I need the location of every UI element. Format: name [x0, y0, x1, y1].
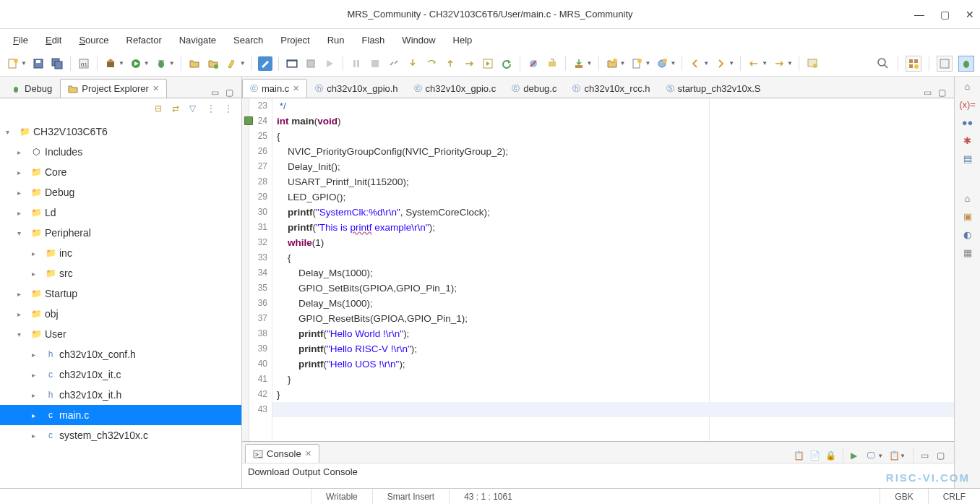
scroll-lock-icon[interactable]: 📄 [809, 450, 820, 461]
save-all-button[interactable] [50, 56, 64, 71]
stop-button[interactable] [368, 56, 382, 71]
instruction-step-button[interactable] [462, 56, 476, 71]
status-line-ending[interactable]: CRLF [928, 489, 980, 504]
folder2-button[interactable] [206, 56, 220, 71]
new-button[interactable] [6, 56, 20, 71]
dropdown-arrow-icon[interactable]: ▼ [240, 60, 246, 67]
new-file-button[interactable] [629, 56, 644, 71]
maximize-console-icon[interactable]: ▢ [937, 450, 947, 461]
tree-project[interactable]: ▾📁CH32V103C6T6 [0, 121, 241, 142]
tree-peripheral[interactable]: ▾📁Peripheral [0, 223, 241, 243]
save-button[interactable] [31, 56, 46, 71]
tree-ld[interactable]: ▸📁Ld [0, 202, 241, 223]
menu-source[interactable]: Source [72, 33, 116, 48]
dropdown-arrow-icon[interactable]: ▼ [620, 60, 626, 67]
tree-inc[interactable]: ▸📁inc [0, 243, 241, 263]
menu-project[interactable]: Project [273, 33, 317, 48]
skip-all-button[interactable] [526, 56, 541, 71]
maximize-editor-icon[interactable]: ▢ [938, 87, 948, 98]
memory-icon[interactable]: ▦ [963, 247, 972, 258]
open-console-icon[interactable]: ▶ [851, 450, 861, 461]
play2-button[interactable] [322, 56, 337, 71]
close-button[interactable]: ✕ [966, 9, 974, 20]
close-tab-icon[interactable]: ✕ [152, 84, 159, 93]
dropdown-arrow-icon[interactable]: ▼ [670, 60, 676, 67]
tab-gpio-c[interactable]: ⓒch32v10x_gpio.c [406, 79, 504, 98]
next-annotation-button[interactable] [713, 56, 728, 71]
expressions-icon[interactable]: ✱ [963, 135, 971, 146]
run-button[interactable] [129, 56, 143, 71]
search-icon[interactable] [876, 56, 890, 71]
step-into-button[interactable] [405, 56, 420, 71]
open-folder-button[interactable] [187, 56, 202, 71]
edit-mode-button[interactable] [258, 56, 272, 71]
step-return-button[interactable] [443, 56, 457, 71]
maximize-view-icon[interactable]: ▢ [225, 87, 236, 98]
step-over-button[interactable] [424, 56, 439, 71]
console-output[interactable]: Download Output Console [242, 464, 954, 488]
menu-file[interactable]: File [6, 33, 35, 48]
build-button[interactable] [103, 56, 118, 71]
tree-conf-h[interactable]: ▸hch32v10x_conf.h [0, 344, 241, 364]
code-area[interactable]: */ int main(void) { NVIC_PriorityGroupCo… [272, 98, 954, 441]
tree-it-c[interactable]: ▸cch32v10x_it.c [0, 364, 241, 385]
prev-edit-button[interactable] [688, 56, 702, 71]
binary-button[interactable]: 01 [77, 56, 91, 71]
minimize-console-icon[interactable]: ▭ [921, 450, 931, 461]
menu-navigate[interactable]: Navigate [172, 33, 223, 48]
tab-startup-s[interactable]: Ⓢstartup_ch32v10x.S [658, 79, 769, 98]
pause-button[interactable] [349, 56, 364, 71]
pin-editor-button[interactable] [805, 56, 820, 71]
tree-core[interactable]: ▸📁Core [0, 162, 241, 182]
registers-icon[interactable]: ▤ [963, 153, 972, 164]
minimize-editor-icon[interactable]: ▭ [924, 87, 934, 98]
debug-perspective-button[interactable] [958, 56, 974, 72]
link-editor-icon[interactable]: ⇄ [172, 103, 182, 114]
filter-icon[interactable]: ▽ [189, 103, 199, 114]
maximize-button[interactable]: ▢ [940, 9, 950, 20]
open-perspective-button[interactable] [906, 56, 921, 72]
tab-gpio-h[interactable]: ⓗch32v10x_gpio.h [307, 79, 405, 98]
tab-main-c[interactable]: ⓒmain.c✕ [242, 79, 307, 98]
tree-debug[interactable]: ▸📁Debug [0, 182, 241, 202]
display-console-icon[interactable]: 🖵 [867, 450, 877, 461]
new-project-button[interactable] [605, 56, 619, 71]
new-console-icon[interactable]: 📋 [889, 450, 899, 461]
restart-button[interactable] [499, 56, 514, 71]
tree-startup[interactable]: ▸📁Startup [0, 283, 241, 304]
cpp-perspective-button[interactable] [937, 56, 953, 72]
dropdown-arrow-icon[interactable]: ▼ [587, 60, 593, 67]
dropdown-arrow-icon[interactable]: ▼ [169, 60, 175, 67]
download-button[interactable] [572, 56, 586, 71]
line-number-gutter[interactable]: 23 24 25 26 27 28 29 30 31 32 33 34 35 3… [249, 98, 272, 441]
reset-button[interactable] [545, 56, 559, 71]
dropdown-arrow-icon[interactable]: ▼ [728, 60, 734, 67]
dropdown-arrow-icon[interactable]: ▼ [645, 60, 650, 67]
view-menu-icon[interactable]: ⋮ [207, 103, 217, 114]
minimize-view-icon[interactable]: ▭ [211, 87, 221, 98]
tree-system-c[interactable]: ▸csystem_ch32v10x.c [0, 425, 241, 445]
more-icon[interactable]: ⋮ [224, 103, 234, 114]
pin-console-icon[interactable]: 🔒 [825, 450, 835, 461]
menu-help[interactable]: Help [446, 33, 480, 48]
back-button[interactable] [747, 56, 761, 71]
tree-main-c[interactable]: ▸cmain.c [0, 405, 241, 425]
tab-console[interactable]: >_ Console ✕ [245, 444, 319, 463]
tree-src[interactable]: ▸📁src [0, 263, 241, 283]
minimize-button[interactable]: — [914, 9, 924, 20]
close-tab-icon[interactable]: ✕ [305, 449, 311, 458]
restore-icon[interactable]: ⌂ [965, 81, 971, 92]
menu-search[interactable]: Search [226, 33, 270, 48]
dropdown-arrow-icon[interactable]: ▼ [762, 60, 768, 67]
tab-debug[interactable]: Debug [3, 79, 60, 98]
clear-console-icon[interactable]: 📋 [794, 450, 804, 461]
terminal-button[interactable] [285, 56, 299, 71]
tree-obj[interactable]: ▸📁obj [0, 304, 241, 324]
tree-includes[interactable]: ▸⬡Includes [0, 142, 241, 162]
restore2-icon[interactable]: ⌂ [965, 193, 971, 204]
tree-it-h[interactable]: ▸hch32v10x_it.h [0, 385, 241, 405]
variables-icon[interactable]: (x)= [959, 99, 976, 110]
menu-window[interactable]: Window [395, 33, 442, 48]
progress-icon[interactable]: ◐ [963, 229, 971, 240]
menu-flash[interactable]: Flash [355, 33, 392, 48]
